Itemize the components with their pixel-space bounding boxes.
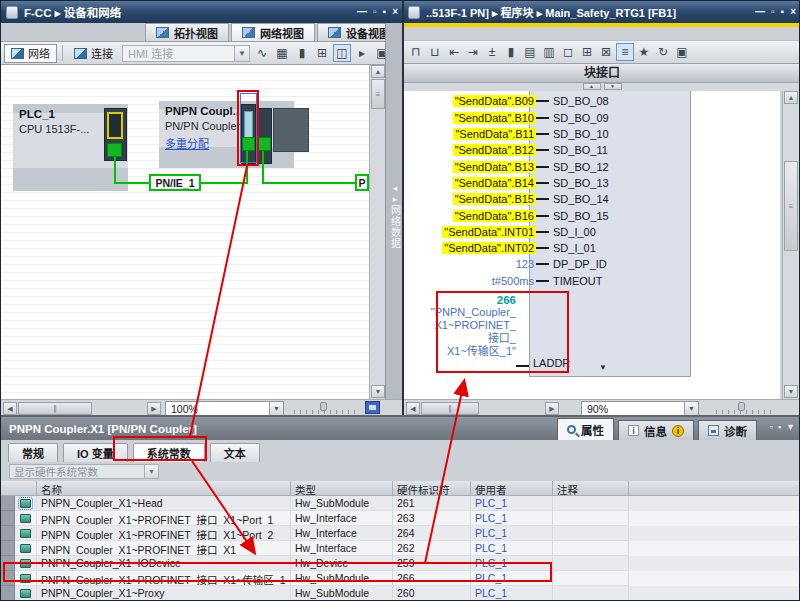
- editor-vscrollbar[interactable]: ▲ ≡ ▼: [782, 91, 799, 399]
- operand[interactable]: "SendData".B14: [453, 177, 536, 189]
- close-icon[interactable]: ×: [790, 7, 796, 17]
- relations-icon[interactable]: ∿: [253, 44, 271, 62]
- insert-empty-box-icon[interactable]: ±: [483, 43, 501, 61]
- constants-filter-combo[interactable]: 显示硬件系统常数 ▼: [9, 464, 159, 479]
- network-zoom-combo[interactable]: 100%▼: [165, 401, 284, 416]
- open-all-networks-icon[interactable]: ▤: [521, 43, 539, 61]
- laddr-operand-line[interactable]: X1~PROFINET_: [403, 319, 516, 332]
- operand[interactable]: "SendData".B09: [453, 95, 536, 107]
- inspector-tab-信息[interactable]: i信息i: [618, 420, 694, 440]
- split-view-icon[interactable]: ◫: [333, 44, 351, 62]
- grid-view-icon[interactable]: ⊞: [313, 44, 331, 62]
- editor-hscrollbar[interactable]: ◀ ∥ ▶ 90%▼: [403, 399, 800, 415]
- operand[interactable]: "SendData".B11: [453, 128, 536, 140]
- scroll-up-icon[interactable]: ▲: [784, 91, 798, 104]
- network-hscrollbar[interactable]: ◀ ∥ ▶ 100%▼: [1, 399, 403, 415]
- plc-link[interactable]: PLC_1: [471, 586, 553, 601]
- plc-link[interactable]: PLC_1: [471, 571, 553, 586]
- network-zoom-slider[interactable]: [294, 402, 356, 414]
- more-chevron-icon[interactable]: ▸: [353, 44, 371, 62]
- network-overview-splitter[interactable]: ◂ ▸ 网络数据: [385, 23, 403, 414]
- favorites-icon[interactable]: ★: [635, 43, 653, 61]
- chevron-down-icon[interactable]: ▼: [144, 465, 158, 478]
- table-row[interactable]: PNPN_Coupler_X1~PROFINET_接口_X1Hw_Interfa…: [1, 541, 800, 556]
- table-row[interactable]: PNPN_Coupler_X1~ProxyHw_SubModule260PLC_…: [1, 586, 800, 601]
- split-editor-icon[interactable]: ▣: [673, 43, 691, 61]
- chevron-down-icon[interactable]: ▼: [684, 402, 698, 415]
- maximize-icon[interactable]: ▪: [781, 7, 785, 17]
- operand[interactable]: "SendData".B10: [453, 112, 536, 124]
- laddr-operand-line[interactable]: "PNPN_Coupler_: [403, 306, 516, 319]
- minimize-icon[interactable]: —: [755, 7, 765, 17]
- network-vscrollbar[interactable]: ▲ ≡ ▼: [369, 65, 385, 399]
- bus2-line[interactable]: [262, 182, 363, 184]
- chevron-down-icon[interactable]: ▼: [786, 422, 795, 432]
- insert-and-box-icon[interactable]: ⊓: [407, 43, 425, 61]
- slider-knob[interactable]: [738, 402, 745, 411]
- operand[interactable]: "SendData".B16: [453, 210, 536, 222]
- editor-pin-icon[interactable]: [6, 6, 18, 19]
- inspector-tab-诊断[interactable]: 诊断: [698, 420, 757, 440]
- plc-link[interactable]: PLC_1: [471, 511, 553, 526]
- insert-network-icon[interactable]: ⇤: [445, 43, 463, 61]
- inspector-tab-属性[interactable]: 属性: [557, 418, 614, 440]
- column-header-注释[interactable]: 注释: [553, 481, 629, 496]
- show-addresses-icon[interactable]: ▮: [293, 44, 311, 62]
- coupler-port2-icon[interactable]: [258, 137, 271, 151]
- chevron-down-icon[interactable]: ▼: [234, 46, 249, 61]
- scroll-thumb[interactable]: ≡: [371, 79, 385, 109]
- multi-assign-link[interactable]: 多重分配: [165, 135, 209, 151]
- view-tab-拓扑视图[interactable]: 拓扑视图: [145, 23, 229, 41]
- plc-link[interactable]: PLC_1: [471, 496, 553, 511]
- minimize-icon[interactable]: —: [357, 7, 367, 17]
- insert-network-after-icon[interactable]: ⇥: [464, 43, 482, 61]
- subtab-IO 变量[interactable]: IO 变量: [63, 443, 128, 462]
- operand[interactable]: t#500ms: [490, 275, 536, 287]
- operand[interactable]: "SendData".B15: [453, 193, 536, 205]
- column-header-名称[interactable]: 名称: [37, 481, 291, 496]
- comment-icon[interactable]: ◻: [559, 43, 577, 61]
- chevron-down-icon[interactable]: ▼: [269, 402, 283, 415]
- editor-pin-icon[interactable]: [408, 6, 420, 19]
- scroll-right-icon[interactable]: ▶: [147, 402, 161, 415]
- absolute-operands-icon[interactable]: ≡: [616, 43, 634, 61]
- operand[interactable]: "SendData".B12: [453, 144, 536, 156]
- subnet-label-pnie1[interactable]: PN/IE_1: [149, 174, 201, 191]
- insert-or-box-icon[interactable]: ⊔: [426, 43, 444, 61]
- lock-icon[interactable]: ▮: [502, 43, 520, 61]
- column-header-使用者[interactable]: 使用者: [471, 481, 553, 496]
- box-expand-icon[interactable]: ▼: [599, 363, 607, 372]
- restore-icon[interactable]: ▫: [771, 7, 775, 17]
- network-view-canvas[interactable]: PLC_1 CPU 1513F-... PNPN Coupl... PN/PN …: [1, 65, 369, 399]
- connections-mode-button[interactable]: 连接: [68, 44, 119, 63]
- editor-zoom-combo[interactable]: 90%▼: [581, 401, 699, 416]
- plc-link[interactable]: PLC_1: [471, 541, 553, 556]
- plc-link[interactable]: PLC_1: [471, 556, 553, 571]
- table-row[interactable]: PNPN_Coupler_X1~PROFINET_接口_X1~Port_1Hw_…: [1, 511, 800, 526]
- scroll-left-icon[interactable]: ◀: [406, 402, 420, 415]
- subtab-文本[interactable]: 文本: [210, 443, 260, 462]
- close-icon[interactable]: ×: [392, 7, 398, 17]
- slider-knob[interactable]: [320, 402, 327, 411]
- expand-interface-icon[interactable]: ▲: [583, 83, 601, 90]
- station-overview-icon[interactable]: ▦: [273, 44, 291, 62]
- view-tab-网络视图[interactable]: 网络视图: [231, 23, 315, 41]
- laddr-operand-line[interactable]: X1~传输区_1": [403, 345, 516, 358]
- network-mode-button[interactable]: 网络: [4, 44, 57, 63]
- insert-row-icon[interactable]: ⊞: [578, 43, 596, 61]
- table-row[interactable]: PNPN_Coupler_X1~PROFINET_接口_X1~传输区_1Hw_S…: [1, 571, 800, 586]
- table-row[interactable]: PNPN_Coupler_X1~PROFINET_接口_X1~Port_2Hw_…: [1, 526, 800, 541]
- collapse-interface-icon[interactable]: ▼: [604, 83, 622, 90]
- table-row[interactable]: PNPN_Coupler_X1~HeadHw_SubModule261PLC_1: [1, 496, 800, 511]
- plc-link[interactable]: PLC_1: [471, 526, 553, 541]
- operand[interactable]: 123: [514, 258, 536, 270]
- block-interface-header[interactable]: 块接口: [403, 64, 800, 83]
- scroll-down-icon[interactable]: ▼: [784, 385, 798, 398]
- coupler-module-x2-icon[interactable]: [257, 108, 272, 164]
- restore-icon[interactable]: ▫: [373, 7, 377, 17]
- scroll-left-icon[interactable]: ◀: [3, 402, 17, 415]
- hmi-connection-combo[interactable]: HMI 连接 ▼: [122, 45, 250, 62]
- undo-redo-icon[interactable]: ↻: [654, 43, 672, 61]
- program-editor-canvas[interactable]: "SendData".B08SD_BO_07"SendData".B09SD_B…: [403, 91, 780, 399]
- float-pane-icon[interactable]: ▫: [770, 422, 773, 432]
